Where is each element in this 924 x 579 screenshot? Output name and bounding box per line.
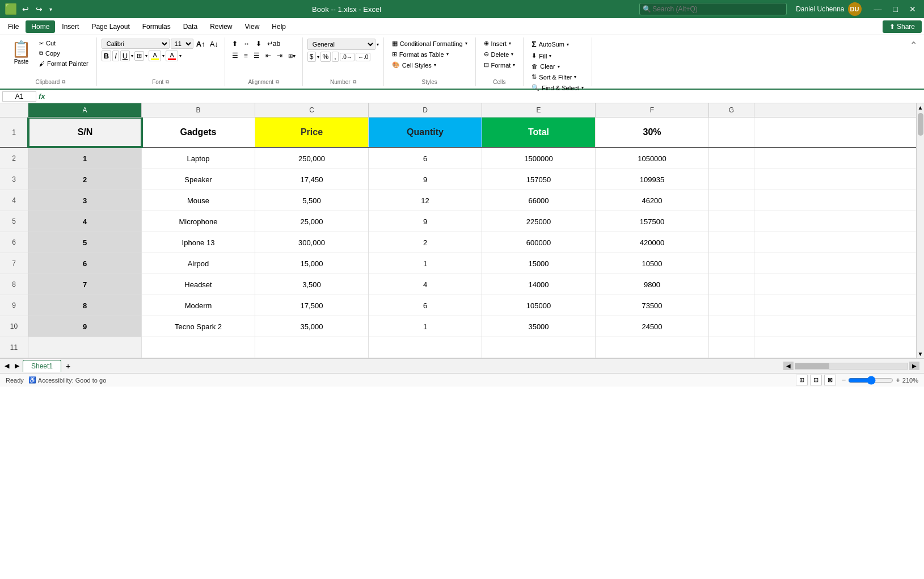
cell-B2[interactable]: Laptop: [142, 148, 255, 169]
paste-button[interactable]: 📋 Paste: [9, 39, 33, 66]
cell-D6[interactable]: 2: [369, 232, 482, 253]
align-bottom-button[interactable]: ⬇: [254, 39, 264, 49]
menu-data[interactable]: Data: [178, 20, 203, 33]
zoom-out-button[interactable]: −: [842, 376, 846, 384]
sheet-tab-sheet1[interactable]: Sheet1: [23, 360, 61, 372]
cell-A3[interactable]: 2: [28, 169, 142, 190]
currency-dropdown[interactable]: ▾: [317, 54, 319, 60]
cell-B7[interactable]: Airpod: [142, 253, 255, 274]
row-header-6[interactable]: 6: [0, 232, 28, 253]
currency-button[interactable]: $: [307, 52, 316, 62]
cut-button[interactable]: ✂ Cut: [36, 39, 92, 48]
cell-C4[interactable]: 5,500: [255, 190, 369, 211]
cell-C2[interactable]: 250,000: [255, 148, 369, 169]
row-header-7[interactable]: 7: [0, 253, 28, 274]
insert-cell-button[interactable]: ⊕ Insert ▾: [480, 39, 515, 48]
cell-D2[interactable]: 6: [369, 148, 482, 169]
cell-B5[interactable]: Microphone: [142, 211, 255, 232]
row-header-1[interactable]: 1: [0, 118, 28, 147]
cell-F5[interactable]: 157500: [596, 211, 709, 232]
formula-input[interactable]: [48, 92, 922, 101]
align-top-button[interactable]: ⬆: [230, 39, 240, 49]
decrease-font-button[interactable]: A↓: [208, 39, 220, 49]
insert-dropdown[interactable]: ▾: [509, 41, 511, 46]
cell-G9[interactable]: [709, 295, 754, 316]
cell-D1[interactable]: Quantity: [369, 118, 482, 147]
format-cell-button[interactable]: ⊟ Format ▾: [480, 60, 519, 70]
align-center-button[interactable]: ≡: [242, 51, 250, 61]
cell-C11[interactable]: [255, 337, 369, 358]
add-sheet-button[interactable]: +: [62, 360, 74, 372]
row-header-9[interactable]: 9: [0, 295, 28, 316]
cell-E6[interactable]: 600000: [482, 232, 596, 253]
cell-E4[interactable]: 66000: [482, 190, 596, 211]
cell-A6[interactable]: 5: [28, 232, 142, 253]
merge-center-button[interactable]: ⊞▾: [286, 51, 298, 61]
cell-B8[interactable]: Headset: [142, 274, 255, 295]
border-dropdown[interactable]: ▾: [145, 53, 147, 58]
cell-E3[interactable]: 157050: [482, 169, 596, 190]
cell-E11[interactable]: [482, 337, 596, 358]
col-header-B[interactable]: B: [142, 103, 255, 117]
menu-page-layout[interactable]: Page Layout: [86, 20, 135, 33]
col-header-G[interactable]: G: [709, 103, 754, 117]
cell-A1[interactable]: S/N: [28, 118, 142, 147]
cell-F3[interactable]: 109935: [596, 169, 709, 190]
cell-F9[interactable]: 73500: [596, 295, 709, 316]
format-dropdown[interactable]: ▾: [513, 62, 515, 68]
cell-A5[interactable]: 4: [28, 211, 142, 232]
cell-G5[interactable]: [709, 211, 754, 232]
cell-F11[interactable]: [596, 337, 709, 358]
menu-formulas[interactable]: Formulas: [137, 20, 176, 33]
font-expand-icon[interactable]: ⧉: [166, 79, 169, 85]
cell-C5[interactable]: 25,000: [255, 211, 369, 232]
delete-cell-button[interactable]: ⊖ Delete ▾: [480, 49, 517, 59]
find-select-button[interactable]: 🔍 Find & Select ▾: [528, 83, 587, 93]
row-header-2[interactable]: 2: [0, 148, 28, 169]
hscroll-track[interactable]: [795, 363, 908, 370]
cell-G4[interactable]: [709, 190, 754, 211]
minimize-button[interactable]: —: [871, 3, 885, 15]
border-button[interactable]: ⊞: [134, 51, 144, 61]
cell-F7[interactable]: 10500: [596, 253, 709, 274]
cell-C9[interactable]: 17,500: [255, 295, 369, 316]
normal-view-button[interactable]: ⊞: [796, 375, 808, 385]
font-size-select[interactable]: 11: [171, 39, 193, 49]
cell-styles-button[interactable]: 🎨 Cell Styles ▾: [389, 60, 440, 70]
cell-F6[interactable]: 420000: [596, 232, 709, 253]
close-button[interactable]: ✕: [906, 3, 919, 15]
sort-filter-dropdown[interactable]: ▾: [574, 74, 576, 79]
cell-B6[interactable]: Iphone 13: [142, 232, 255, 253]
cell-A2[interactable]: 1: [28, 148, 142, 169]
font-color-button[interactable]: A: [166, 51, 178, 61]
page-break-view-button[interactable]: ⊠: [824, 375, 836, 385]
cell-E10[interactable]: 35000: [482, 316, 596, 337]
maximize-button[interactable]: □: [890, 3, 901, 15]
menu-review[interactable]: Review: [204, 20, 238, 33]
autosum-button[interactable]: Σ AutoSum ▾: [528, 39, 572, 50]
cell-G7[interactable]: [709, 253, 754, 274]
scroll-down-button[interactable]: ▼: [917, 350, 924, 358]
undo-button[interactable]: ↩: [20, 4, 31, 14]
delete-dropdown[interactable]: ▾: [511, 52, 513, 57]
cell-D11[interactable]: [369, 337, 482, 358]
col-header-A[interactable]: A: [28, 103, 142, 117]
page-layout-view-button[interactable]: ⊟: [810, 375, 822, 385]
col-header-C[interactable]: C: [255, 103, 369, 117]
hscroll-left-button[interactable]: ◀: [783, 362, 794, 370]
comma-button[interactable]: ,: [332, 52, 338, 62]
cell-A7[interactable]: 6: [28, 253, 142, 274]
autosum-dropdown[interactable]: ▾: [567, 42, 569, 47]
menu-help[interactable]: Help: [266, 20, 292, 33]
find-select-dropdown[interactable]: ▾: [581, 85, 584, 90]
conditional-formatting-button[interactable]: ▦ Conditional Formatting ▾: [389, 39, 471, 48]
cell-D7[interactable]: 1: [369, 253, 482, 274]
scroll-thumb[interactable]: [918, 113, 923, 136]
search-input[interactable]: [639, 3, 787, 15]
fill-color-button[interactable]: A: [149, 51, 161, 61]
format-as-table-dropdown[interactable]: ▾: [446, 52, 449, 57]
cell-D10[interactable]: 1: [369, 316, 482, 337]
cell-F10[interactable]: 24500: [596, 316, 709, 337]
hscroll-thumb[interactable]: [795, 363, 829, 369]
clipboard-expand-icon[interactable]: ⧉: [62, 79, 65, 85]
